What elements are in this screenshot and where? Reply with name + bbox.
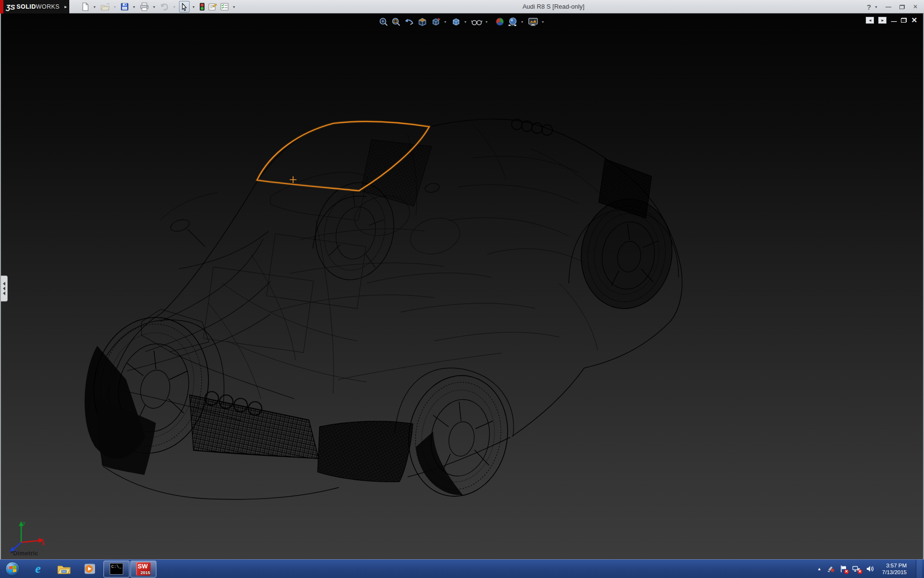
taskbar-item-media-player[interactable] [77, 560, 103, 578]
solidworks-logo[interactable]: ƷS SOLIDWORKS [3, 0, 62, 13]
solidworks-rx-tray-icon[interactable] [827, 565, 834, 573]
display-style-dropdown[interactable]: ▼ [464, 20, 467, 24]
command-prompt-icon: C:\_ [110, 563, 123, 575]
taskbar: e C:\_ SW 2015 ▲ ✕ ✕ 3:57 PM 7/13/2 [0, 559, 924, 578]
taskbar-clock[interactable]: 3:57 PM 7/13/2015 [879, 562, 910, 576]
apply-scene-icon[interactable] [506, 16, 519, 27]
front-intake-shadow [96, 399, 156, 475]
pane-collapse-left-icon[interactable]: ◄ [866, 17, 874, 24]
edit-appearance-icon[interactable] [493, 16, 506, 27]
window-title: Audi R8 S [Read-only] [500, 0, 606, 13]
folder-icon [57, 563, 71, 575]
titlebar: ƷS SOLIDWORKS ► ▼ ▼ ▼ ▼ ▼ ▼ ▼ Audi [0, 0, 924, 13]
view-orientation-label: *Dimetric [11, 550, 38, 557]
taskbar-item-command-prompt[interactable]: C:\_ [103, 561, 129, 578]
side-intake [318, 421, 413, 482]
new-document-button[interactable] [80, 1, 90, 13]
document-window-controls: ◄ ► — ✕ [866, 17, 917, 24]
brand-red-strip [0, 0, 3, 13]
solidworks-logo-glyph: ƷS [6, 3, 15, 11]
featuremanager-collapsed-tab[interactable] [1, 276, 8, 302]
view-settings-icon[interactable] [526, 16, 540, 27]
document-close-button[interactable]: ✕ [911, 17, 917, 24]
open-button[interactable] [99, 1, 111, 13]
clock-date: 7/13/2015 [882, 569, 907, 576]
action-center-flag-icon[interactable]: ✕ [840, 565, 847, 573]
rear-left-wheel [399, 368, 517, 504]
print-button[interactable] [139, 1, 150, 13]
menu-flyout-arrow-icon[interactable]: ► [62, 0, 69, 13]
file-properties-button[interactable] [207, 1, 218, 13]
save-button[interactable] [119, 1, 130, 13]
volume-icon[interactable] [866, 565, 874, 573]
taskbar-item-solidworks[interactable]: SW 2015 [130, 561, 156, 578]
solidworks-app-icon: SW 2015 [136, 562, 151, 576]
network-icon[interactable]: ✕ [852, 565, 860, 573]
view-orientation-dropdown[interactable]: ▼ [444, 20, 447, 24]
standard-toolbar: ▼ ▼ ▼ ▼ ▼ ▼ ▼ [80, 0, 239, 13]
reference-triad: y X z [9, 519, 47, 554]
hide-show-items-icon[interactable] [470, 16, 484, 27]
solidworks-logo-text: SOLIDWORKS [16, 3, 59, 10]
help-icon[interactable]: ? [867, 3, 871, 11]
select-button[interactable] [179, 1, 190, 13]
options-button[interactable] [219, 1, 230, 13]
print-dropdown[interactable]: ▼ [153, 5, 156, 9]
cursor-crosshair [290, 176, 296, 183]
restore-button[interactable] [896, 2, 908, 11]
system-tray: ▲ ✕ ✕ 3:57 PM 7/13/2015 [817, 560, 924, 578]
view-orientation-icon[interactable] [429, 16, 443, 27]
minimize-button[interactable]: — [883, 2, 894, 11]
hide-show-items-dropdown[interactable]: ▼ [485, 20, 488, 24]
window-controls: ? ▼ — ✕ [867, 0, 921, 13]
section-view-icon[interactable] [416, 16, 429, 27]
undo-dropdown[interactable]: ▼ [173, 5, 176, 9]
taskbar-item-windows-explorer[interactable] [51, 560, 77, 578]
triad-x-label: X [41, 541, 45, 546]
select-dropdown[interactable]: ▼ [192, 5, 195, 9]
wireframe-car-model[interactable] [1, 13, 923, 559]
pane-collapse-right-icon[interactable]: ► [878, 17, 886, 24]
save-dropdown[interactable]: ▼ [132, 5, 136, 9]
graphics-viewport[interactable]: ▼ ▼ ▼ ▼ ▼ ◄ ► — ✕ y [0, 13, 924, 559]
show-desktop-button[interactable] [916, 560, 922, 578]
triad-y-label: y [23, 520, 26, 525]
audi-rings-rear [512, 119, 552, 135]
taskbar-item-internet-explorer[interactable]: e [25, 560, 51, 578]
previous-view-icon[interactable] [402, 16, 416, 27]
view-settings-dropdown[interactable]: ▼ [541, 20, 544, 24]
start-button[interactable] [0, 560, 25, 578]
new-dropdown[interactable]: ▼ [93, 5, 96, 9]
undo-button[interactable] [159, 1, 170, 13]
windows-orb-icon [5, 562, 20, 576]
clock-time: 3:57 PM [882, 562, 907, 569]
display-style-icon[interactable] [449, 16, 463, 27]
apply-scene-dropdown[interactable]: ▼ [520, 20, 524, 24]
close-button[interactable]: ✕ [910, 2, 921, 11]
hidden-icons-arrow[interactable]: ▲ [817, 566, 821, 571]
internet-explorer-icon: e [35, 562, 41, 576]
help-dropdown[interactable]: ▼ [874, 5, 878, 9]
zoom-to-area-icon[interactable] [390, 16, 402, 27]
media-player-icon [83, 563, 97, 575]
document-minimize-button[interactable]: — [891, 18, 897, 25]
headsup-view-toolbar: ▼ ▼ ▼ ▼ ▼ [377, 16, 547, 27]
rebuild-button[interactable] [198, 1, 206, 13]
front-grille [190, 395, 319, 459]
zoom-to-fit-icon[interactable] [377, 16, 390, 27]
options-dropdown[interactable]: ▼ [232, 5, 236, 9]
open-dropdown[interactable]: ▼ [113, 5, 116, 9]
document-restore-button[interactable] [901, 18, 907, 23]
